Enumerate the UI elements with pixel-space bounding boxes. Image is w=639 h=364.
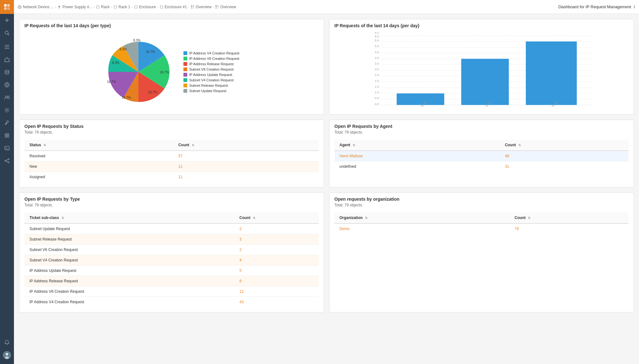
col-header-type[interactable]: Ticket sub-class ⇅ xyxy=(24,212,234,223)
pie-chart-content: 16.7% 16.7% 16.7% 16.7% 16.7% 8.3% 8.3% … xyxy=(19,29,324,114)
breadcrumb-label-overview2: Overview xyxy=(220,5,236,9)
sort-icon-count-type[interactable]: ⇅ xyxy=(253,216,255,220)
globe-icon[interactable] xyxy=(0,78,14,91)
share-icon[interactable] xyxy=(0,154,14,167)
settings-icon[interactable] xyxy=(0,129,14,142)
table-header-row: Status ⇅ Count ⇅ xyxy=(24,140,319,151)
pie-container: 16.7% 16.7% 16.7% 16.7% 16.7% 8.3% 8.3% … xyxy=(99,32,244,112)
users-icon[interactable] xyxy=(0,91,14,104)
svg-marker-29 xyxy=(58,5,61,9)
type-cell-7: IP Address V4 Creation Request xyxy=(24,297,234,307)
svg-text:4.5: 4.5 xyxy=(374,50,379,54)
breadcrumb-item-rack1[interactable]: Rack 1 xyxy=(113,5,130,9)
col-header-count[interactable]: Count ⇅ xyxy=(173,140,319,151)
col-header-org[interactable]: Organization ⇅ xyxy=(335,212,510,223)
count-cell-2[interactable]: 11 xyxy=(173,172,319,182)
plus-icon[interactable] xyxy=(0,14,14,27)
breadcrumb-item-enclosure[interactable]: Enclosure xyxy=(134,5,156,9)
type-org-row: Open IP Requests by Type Total: 79 objec… xyxy=(19,192,634,312)
type-cell-0: Subnet Update Request xyxy=(24,223,234,234)
table-row: IP Address Release Request 8 xyxy=(24,276,319,286)
agent-cell-1: undefined xyxy=(335,161,500,172)
open-by-status-panel: Open IP Requests by Status Total: 79 obj… xyxy=(19,120,324,187)
sort-icon-agent[interactable]: ⇅ xyxy=(353,143,355,147)
svg-text:16.7%: 16.7% xyxy=(148,91,157,94)
count-cell-agent-1[interactable]: 31 xyxy=(500,161,629,172)
svg-rect-18 xyxy=(5,136,7,137)
bell-icon[interactable] xyxy=(0,336,14,349)
svg-text:16.7%: 16.7% xyxy=(160,71,169,74)
count-cell-type-3[interactable]: 4 xyxy=(234,255,319,266)
count-cell-type-1[interactable]: 3 xyxy=(234,234,319,245)
table-header-row: Agent ⇅ Count ⇅ xyxy=(335,140,629,151)
count-cell-type-6[interactable]: 12 xyxy=(234,286,319,297)
count-cell-org-0[interactable]: 79 xyxy=(509,223,629,234)
avatar-icon[interactable] xyxy=(0,349,14,361)
col-header-count-type[interactable]: Count ⇅ xyxy=(234,212,319,223)
col-header-status[interactable]: Status ⇅ xyxy=(24,140,173,151)
sort-icon-status[interactable]: ⇅ xyxy=(43,143,46,147)
legend-label-1: IP Address V6 Creation Request xyxy=(189,57,239,60)
breadcrumb-item-overview[interactable]: Overview xyxy=(191,5,212,9)
status-cell-1: New xyxy=(24,161,173,172)
col-header-count-org[interactable]: Count ⇅ xyxy=(509,212,629,223)
status-agent-row: Open IP Requests by Status Total: 79 obj… xyxy=(19,120,634,187)
open-by-agent-title: Open IP Requests by Agent xyxy=(329,120,634,130)
open-by-type-subtitle: Total: 79 objects. xyxy=(19,203,324,210)
col-header-agent[interactable]: Agent ⇅ xyxy=(335,140,500,151)
svg-rect-1 xyxy=(7,4,10,7)
breadcrumb-sep-2: › xyxy=(93,5,95,9)
legend-item-7: Subnet Update Request xyxy=(183,89,239,93)
app-logo[interactable] xyxy=(0,0,14,14)
type-cell-2: Subnet V6 Creation Request xyxy=(24,245,234,255)
count-cell-agent-0[interactable]: 48 xyxy=(500,151,629,161)
sort-icon-count-org[interactable]: ⇅ xyxy=(528,216,530,220)
sort-icon-count[interactable]: ⇅ xyxy=(192,143,194,147)
sort-icon-org[interactable]: ⇅ xyxy=(365,216,367,220)
org-cell-0[interactable]: Demo xyxy=(335,223,510,234)
bar-chart-svg: 0.0 0.5 1.0 1.5 2.0 2.5 3.0 3.5 4.0 4.5 … xyxy=(335,32,629,107)
home-icon[interactable] xyxy=(0,53,14,66)
breadcrumb-item-powersupply[interactable]: Power Supply #... xyxy=(57,5,92,9)
count-cell-1[interactable]: 11 xyxy=(173,161,319,172)
svg-rect-33 xyxy=(160,6,163,8)
breadcrumb-sep-7: › xyxy=(213,5,214,9)
breadcrumb-item-overview2[interactable]: Overview xyxy=(215,5,236,9)
legend-item-1: IP Address V6 Creation Request xyxy=(183,57,239,60)
svg-rect-81 xyxy=(526,41,577,105)
breadcrumb-item-enclosure1[interactable]: Enclosure #1 xyxy=(160,5,187,9)
legend-item-2: IP Address Release Request xyxy=(183,62,239,66)
open-by-agent-panel: Open IP Requests by Agent Total: 79 obje… xyxy=(329,120,634,187)
topbar: Network Device ... › Power Supply #... ›… xyxy=(14,0,639,14)
table-row: New 11 xyxy=(24,161,319,172)
svg-rect-37 xyxy=(193,7,194,9)
wrench-icon[interactable] xyxy=(0,116,14,129)
legend-item-4: IP Address Update Request xyxy=(183,73,239,77)
agent-cell-0[interactable]: Henri Matisse xyxy=(335,151,500,161)
sort-icon-type[interactable]: ⇅ xyxy=(61,216,64,220)
breadcrumb-item-rack-root[interactable]: Rack xyxy=(96,5,110,9)
count-cell-type-0[interactable]: 2 xyxy=(234,223,319,234)
count-cell-type-5[interactable]: 8 xyxy=(234,276,319,286)
search-icon[interactable] xyxy=(0,27,14,39)
breadcrumb-item-network[interactable]: Network Device ... xyxy=(18,5,54,9)
sort-icon-count-agent[interactable]: ⇅ xyxy=(518,143,521,147)
svg-rect-34 xyxy=(191,5,192,7)
count-cell-type-4[interactable]: 5 xyxy=(234,266,319,276)
col-label-count-org: Count xyxy=(514,216,526,220)
database-icon[interactable] xyxy=(0,66,14,78)
breadcrumb-sep-4: › xyxy=(131,5,133,9)
count-cell-type-7[interactable]: 43 xyxy=(234,297,319,307)
type-cell-3: Subnet V4 Creation Request xyxy=(24,255,234,266)
info-icon[interactable]: ℹ xyxy=(634,4,635,9)
count-cell-type-2[interactable]: 2 xyxy=(234,245,319,255)
terminal-icon[interactable] xyxy=(0,142,14,154)
pie-chart-panel: IP Requests of the last 14 days (per typ… xyxy=(19,19,324,115)
col-header-count-agent[interactable]: Count ⇅ xyxy=(500,140,629,151)
open-by-status-subtitle: Total: 79 objects. xyxy=(19,130,324,137)
menu-icon[interactable] xyxy=(0,41,14,53)
count-cell-0[interactable]: 57 xyxy=(173,151,319,161)
type-cell-6: IP Address V6 Creation Request xyxy=(24,286,234,297)
gear-icon[interactable] xyxy=(0,104,14,116)
legend-label-6: Subnet Release Request xyxy=(189,84,228,87)
